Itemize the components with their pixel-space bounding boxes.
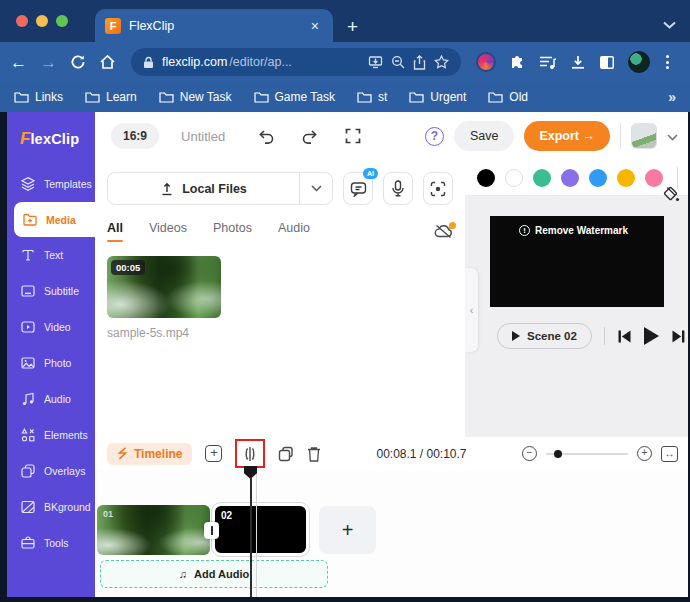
lock-icon[interactable] (143, 56, 154, 69)
extension-gradient-icon[interactable] (476, 52, 496, 72)
home-icon[interactable] (99, 54, 116, 70)
save-button[interactable]: Save (454, 121, 515, 151)
tab-videos[interactable]: Videos (149, 221, 187, 242)
minimize-window-button[interactable] (36, 15, 48, 27)
upload-options-chevron-icon[interactable] (300, 185, 332, 192)
cloud-off-icon[interactable] (434, 224, 453, 239)
sidebar-item-video[interactable]: Video (7, 309, 95, 345)
sidebar-item-bkground[interactable]: BKground (7, 489, 95, 525)
tab-close-icon[interactable]: × (307, 17, 323, 35)
redo-icon[interactable] (293, 129, 327, 144)
local-files-button[interactable]: Local Files (107, 172, 333, 205)
zoom-out-timeline-icon[interactable]: − (522, 446, 537, 461)
remove-watermark-button[interactable]: ! Remove Watermark (490, 225, 658, 236)
swatch-blue[interactable] (589, 169, 607, 187)
split-icon[interactable] (242, 446, 258, 462)
video-preview[interactable]: ! Remove Watermark (490, 216, 664, 307)
duplicate-icon[interactable] (278, 446, 294, 462)
tab-audio[interactable]: Audio (278, 221, 310, 242)
ai-badge: AI (363, 168, 378, 179)
sidebar-item-overlays[interactable]: Overlays (7, 453, 95, 489)
bookmark-folder-learn[interactable]: Learn (85, 90, 137, 104)
swatch-black[interactable] (477, 169, 495, 187)
undo-icon[interactable] (249, 129, 283, 144)
bookmark-star-icon[interactable] (434, 55, 449, 69)
zoom-slider-handle[interactable] (554, 450, 562, 458)
sidebar-item-elements[interactable]: Elements (7, 417, 95, 453)
swatch-teal[interactable] (533, 169, 551, 187)
color-picker-icon[interactable] (662, 186, 680, 207)
help-icon[interactable]: ? (425, 127, 444, 146)
new-tab-button[interactable]: + (347, 17, 358, 36)
browser-window: F FlexClip × + ← → flexclip.com /editor/… (0, 0, 690, 602)
fit-timeline-icon[interactable]: ↔ (661, 446, 678, 462)
sidebar-item-templates[interactable]: Templates (7, 166, 95, 202)
sidebar-item-subtitle[interactable]: Subtitle (7, 273, 95, 309)
zoom-window-button[interactable] (56, 15, 68, 27)
zoom-in-timeline-icon[interactable]: + (637, 446, 652, 461)
tab-photos[interactable]: Photos (213, 221, 252, 242)
swatch-purple[interactable] (561, 169, 579, 187)
back-icon[interactable]: ← (10, 54, 27, 71)
sidebar-item-photo[interactable]: Photo (7, 345, 95, 381)
bookmarks-overflow-icon[interactable]: » (668, 89, 676, 105)
extensions-puzzle-icon[interactable] (509, 54, 526, 71)
bookmark-folder-new-task[interactable]: New Task (159, 90, 232, 104)
transition-handle[interactable] (204, 522, 219, 539)
timeline-zoom-slider[interactable] (546, 453, 628, 455)
bookmark-folder-urgent[interactable]: Urgent (409, 90, 466, 104)
delete-icon[interactable] (307, 446, 321, 462)
play-button[interactable] (644, 327, 659, 345)
forward-icon[interactable]: → (40, 54, 57, 71)
media-item-thumbnail[interactable]: 00:05 (107, 256, 221, 318)
bookmark-folder-links[interactable]: Links (14, 90, 63, 104)
reload-icon[interactable] (70, 54, 86, 70)
media-controls-icon[interactable] (539, 55, 557, 70)
bookmark-folder-st[interactable]: st (357, 90, 387, 104)
share-icon[interactable] (413, 55, 426, 70)
playhead[interactable] (243, 466, 258, 597)
sidebar-item-text[interactable]: Text (7, 237, 95, 273)
timeline-clip-01[interactable]: 01 (97, 505, 210, 555)
next-scene-icon[interactable] (671, 329, 686, 344)
sidebar: FlexClip Templates Media Text Subtitle V… (7, 112, 95, 597)
bookmark-folder-old[interactable]: Old (488, 90, 528, 104)
swatch-white[interactable] (505, 169, 523, 187)
user-avatar[interactable] (631, 123, 657, 149)
browser-menu-icon[interactable] (663, 55, 672, 69)
account-chevron-icon[interactable] (667, 127, 678, 145)
panel-collapse-handle[interactable]: ‹ (465, 268, 478, 352)
install-app-icon[interactable] (368, 55, 383, 69)
screen-capture-button[interactable] (423, 172, 453, 205)
address-bar[interactable]: flexclip.com /editor/ap... (131, 48, 461, 76)
previous-scene-icon[interactable] (617, 329, 632, 344)
sidebar-item-media[interactable]: Media (14, 202, 95, 237)
tab-strip: F FlexClip × + (0, 0, 690, 42)
tab-search-chevron-icon[interactable] (663, 15, 676, 33)
profile-avatar[interactable] (628, 51, 650, 73)
timeline-clip-02-selected[interactable]: 02 (212, 503, 309, 556)
downloads-icon[interactable] (570, 55, 586, 70)
add-scene-icon[interactable]: + (205, 445, 222, 462)
swatch-yellow[interactable] (617, 169, 635, 187)
add-audio-track[interactable]: ♫ Add Audio (100, 560, 328, 588)
fullscreen-icon[interactable] (337, 128, 369, 144)
project-title[interactable]: Untitled (181, 129, 225, 144)
sidebar-item-tools[interactable]: Tools (7, 525, 95, 561)
bookmark-folder-game-task[interactable]: Game Task (254, 90, 335, 104)
export-button[interactable]: Export → (524, 121, 610, 151)
tab-all[interactable]: All (107, 221, 123, 242)
zoom-out-icon[interactable] (391, 55, 405, 69)
close-window-button[interactable] (16, 15, 28, 27)
timeline-toggle-button[interactable]: Timeline (107, 443, 192, 465)
text-to-speech-button[interactable]: AI (343, 172, 373, 205)
aspect-ratio-button[interactable]: 16:9 (111, 123, 159, 149)
side-panel-icon[interactable] (599, 55, 615, 70)
sidebar-item-audio[interactable]: Audio (7, 381, 95, 417)
add-scene-button[interactable]: + (319, 506, 376, 554)
browser-tab-flexclip[interactable]: F FlexClip × (95, 9, 333, 42)
scene-button[interactable]: Scene 02 (497, 323, 592, 349)
local-files-label: Local Files (182, 182, 247, 196)
record-voiceover-button[interactable] (383, 172, 413, 205)
swatch-pink[interactable] (645, 169, 663, 187)
